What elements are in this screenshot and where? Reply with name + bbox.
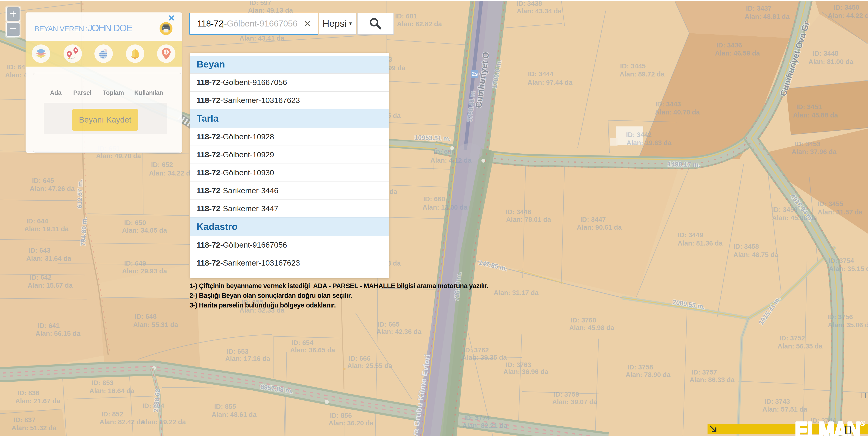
svg-text:R: R xyxy=(862,422,864,426)
